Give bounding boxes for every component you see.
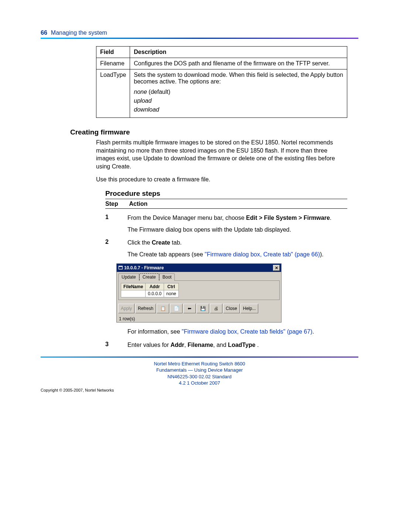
step-subtext: The Create tab appears (see "Firmware di… [127, 250, 347, 259]
row-count: 1 row(s) [117, 315, 281, 322]
apply-button[interactable]: Apply [118, 304, 134, 313]
xref-link[interactable]: "Firmware dialog box, Create tab" (page … [205, 251, 320, 258]
close-button[interactable]: Close [223, 304, 240, 313]
cell-addr[interactable]: 0.0.0.0 [146, 290, 164, 297]
field-description: Sets the system to download mode. When t… [130, 69, 347, 118]
help-button[interactable]: Help... [241, 304, 259, 313]
dialog-title: 10.0.0.7 - Firmware [124, 265, 164, 270]
step-subtext: The Firmware dialog box opens with the U… [127, 226, 347, 234]
refresh-button[interactable]: Refresh [135, 304, 156, 313]
footer-rule [41, 357, 358, 358]
tab-update[interactable]: Update [118, 273, 139, 281]
procedure-step: 1 From the Device Manager menu bar, choo… [105, 214, 347, 222]
paragraph: Use this procedure to create a firmware … [96, 175, 347, 184]
table-row: Filename Configures the DOS path and fil… [96, 58, 347, 69]
cell-ctrl[interactable]: none [164, 290, 179, 297]
step-text: Enter values for Addr, Filename, and Loa… [127, 341, 347, 349]
dialog-titlebar: 🗔10.0.0.7 - Firmware ✕ [117, 264, 281, 272]
step-action-row: Step Action [105, 201, 347, 209]
paragraph: Flash permits multiple firmware images t… [96, 139, 347, 170]
procedure-step: 3 Enter values for Addr, Filename, and L… [105, 341, 347, 349]
cell-filename[interactable] [121, 290, 146, 297]
action-label: Action [129, 201, 147, 207]
page: 66 Managing the system Field Description… [0, 0, 399, 407]
table-row: LoadType Sets the system to download mod… [96, 69, 347, 118]
copyright: Copyright © 2005-2007, Nortel Networks [41, 388, 358, 392]
page-number: 66 [41, 30, 47, 36]
col-filename: FileName [121, 283, 146, 290]
procedure-step: 2 Click the Create tab. [105, 239, 347, 247]
tab-pane: FileName Addr Ctrl 0.0.0.0 none [118, 280, 280, 300]
button-bar: Apply Refresh 📋 📄 ⬅ 💾 🖨 Close Help... [118, 304, 280, 313]
step-text: From the Device Manager menu bar, choose… [127, 214, 347, 222]
tab-create[interactable]: Create [139, 273, 159, 281]
step-number: 1 [105, 214, 127, 221]
step-text: Click the Create tab. [127, 239, 347, 247]
field-name: LoadType [96, 69, 130, 118]
save-icon[interactable]: 💾 [197, 304, 209, 313]
tab-bar: Update Create Boot [118, 273, 280, 281]
col-addr: Addr [146, 283, 164, 290]
page-header-title: Managing the system [51, 30, 107, 36]
header-rule [41, 38, 358, 39]
procedure-heading: Procedure steps [105, 190, 347, 199]
grid-row[interactable]: 0.0.0.0 none [121, 290, 179, 297]
copy-icon[interactable]: 📋 [157, 304, 169, 313]
col-description: Description [130, 47, 347, 58]
app-icon: 🗔 [118, 265, 123, 270]
col-field: Field [96, 47, 130, 58]
page-header: 66 Managing the system [41, 30, 358, 36]
firmware-dialog-screenshot: 🗔10.0.0.7 - Firmware ✕ Update Create Boo… [116, 263, 358, 323]
firmware-dialog: 🗔10.0.0.7 - Firmware ✕ Update Create Boo… [116, 263, 282, 323]
paste-icon[interactable]: 📄 [170, 304, 183, 313]
print-icon[interactable]: 🖨 [210, 304, 222, 313]
xref-link[interactable]: "Firmware dialog box, Create tab fields"… [182, 328, 313, 335]
field-description: Configures the DOS path and filename of … [130, 58, 347, 69]
close-icon[interactable]: ✕ [273, 265, 280, 271]
page-footer: Nortel Metro Ethernet Routing Switch 860… [41, 361, 358, 386]
step-number: 2 [105, 239, 127, 245]
step-number: 3 [105, 341, 127, 348]
step-label: Step [105, 201, 127, 207]
tab-boot[interactable]: Boot [159, 273, 175, 281]
options-list: none (default) upload download [134, 89, 343, 113]
undo-icon[interactable]: ⬅ [183, 304, 196, 313]
col-ctrl: Ctrl [164, 283, 179, 290]
step-subtext: For information, see "Firmware dialog bo… [127, 328, 347, 336]
firmware-grid: FileName Addr Ctrl 0.0.0.0 none [121, 283, 179, 297]
field-description-table: Field Description Filename Configures th… [96, 46, 347, 118]
section-heading: Creating firmware [70, 128, 358, 136]
field-name: Filename [96, 58, 130, 69]
